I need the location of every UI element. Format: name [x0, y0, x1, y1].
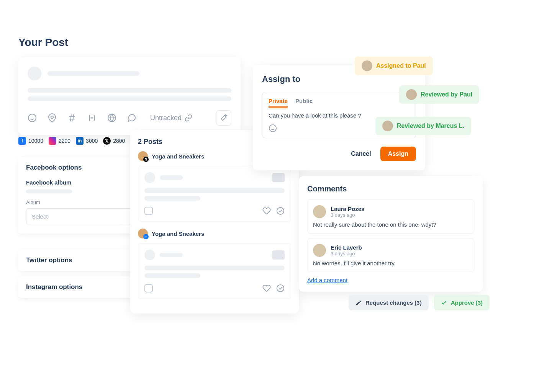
- svg-point-10: [92, 118, 93, 118]
- text-placeholder: [48, 71, 139, 76]
- chat-icon[interactable]: [127, 113, 136, 122]
- status-chip-assigned: Assigned to Paul: [355, 57, 433, 75]
- request-changes-button[interactable]: Request changes (3): [349, 295, 429, 310]
- avatar: [313, 205, 326, 218]
- tab-private[interactable]: Private: [269, 98, 288, 108]
- text-placeholder: [144, 273, 200, 278]
- svg-line-6: [70, 114, 71, 121]
- approve-label: Approve (3): [451, 299, 483, 306]
- options-title: Instagram options: [26, 283, 133, 291]
- post-checkbox[interactable]: [144, 207, 153, 215]
- source-name: Yoga and Sneakers: [152, 230, 204, 237]
- add-comment-link[interactable]: Add a comment: [307, 277, 474, 283]
- avatar: [313, 244, 326, 257]
- untracked-toggle[interactable]: Untracked: [150, 114, 192, 122]
- variable-icon[interactable]: [87, 113, 97, 122]
- comment-text: Not really sure about the tone on this o…: [313, 221, 468, 228]
- source-avatar: f: [138, 229, 148, 238]
- tab-public[interactable]: Public: [295, 98, 313, 108]
- heart-icon[interactable]: [262, 207, 271, 215]
- comment-text: No worries. I'll give it another try.: [313, 260, 468, 266]
- cancel-button[interactable]: Cancel: [348, 147, 374, 161]
- text-placeholder: [144, 196, 200, 201]
- comments-title: Comments: [307, 185, 474, 193]
- composer-toolbar: Untracked: [28, 110, 231, 126]
- text-placeholder: [144, 188, 285, 193]
- avatar: [382, 121, 393, 131]
- magic-button[interactable]: [216, 110, 231, 126]
- status-chip-reviewed: Reviewed by Marcus L.: [375, 117, 471, 135]
- instagram-icon: [49, 137, 56, 145]
- avatar: [362, 60, 372, 71]
- emoji-icon[interactable]: [28, 113, 37, 122]
- post-item: f Yoga and Sneakers: [138, 229, 291, 299]
- image-placeholder-icon: [272, 173, 285, 182]
- text-placeholder: [144, 266, 285, 270]
- chip-label: Reviewed by Marcus L.: [397, 122, 464, 129]
- check-icon: [441, 300, 447, 306]
- status-chip-reviewed: Reviewed by Paul: [399, 85, 479, 104]
- facebook-options-panel: Facebook options Facebook album Album Se…: [18, 157, 141, 234]
- chip-label: Reviewed by Paul: [421, 91, 472, 98]
- album-label: Album: [26, 199, 133, 205]
- composer-avatar-placeholder: [28, 67, 41, 80]
- heart-icon[interactable]: [262, 284, 271, 292]
- check-circle-icon[interactable]: [276, 207, 285, 215]
- svg-line-7: [73, 114, 74, 121]
- comment-item: Eric Laverb 3 days ago No worries. I'll …: [307, 238, 474, 272]
- approve-button[interactable]: Approve (3): [434, 295, 490, 310]
- x-count: 𝕏2800: [103, 137, 125, 145]
- post-checkbox[interactable]: [144, 284, 153, 292]
- svg-point-3: [51, 116, 53, 118]
- composer-card: Untracked: [18, 57, 241, 135]
- social-stats: f10000 2200 in3000 𝕏2800: [18, 137, 125, 145]
- twitter-options-panel[interactable]: Twitter options: [18, 250, 141, 271]
- chip-label: Assigned to Paul: [376, 62, 426, 69]
- source-avatar: 𝕏: [138, 151, 148, 161]
- linkedin-count: in3000: [76, 137, 98, 145]
- options-title: Twitter options: [26, 256, 133, 264]
- linkedin-icon: in: [76, 137, 84, 145]
- avatar-placeholder: [144, 250, 155, 260]
- instagram-count: 2200: [49, 137, 70, 145]
- comment-time: 3 days ago: [331, 251, 362, 256]
- source-name: Yoga and Sneakers: [152, 153, 204, 160]
- hashtag-icon[interactable]: [67, 113, 77, 122]
- x-icon: 𝕏: [103, 137, 111, 145]
- comment-item: Laura Pozes 3 days ago Not really sure a…: [307, 199, 474, 234]
- comment-author: Eric Laverb: [331, 244, 362, 251]
- review-actions: Request changes (3) Approve (3): [349, 295, 490, 310]
- text-placeholder: [160, 253, 183, 257]
- page-title: Your Post: [18, 36, 68, 49]
- x-icon: 𝕏: [143, 157, 149, 162]
- emoji-icon[interactable]: [269, 124, 277, 132]
- instagram-options-panel[interactable]: Instagram options: [18, 276, 141, 298]
- comment-author: Laura Pozes: [331, 206, 364, 212]
- text-placeholder: [160, 175, 183, 180]
- options-title: Facebook options: [26, 164, 133, 172]
- text-placeholder: [26, 189, 72, 193]
- assign-button[interactable]: Assign: [380, 147, 416, 161]
- svg-point-13: [277, 207, 284, 214]
- comments-panel: Comments Laura Pozes 3 days ago Not real…: [299, 176, 483, 292]
- check-circle-icon[interactable]: [276, 284, 285, 292]
- untracked-label: Untracked: [150, 114, 182, 122]
- image-placeholder-icon: [272, 250, 285, 260]
- svg-point-0: [28, 114, 36, 122]
- album-select[interactable]: Select: [26, 208, 133, 224]
- options-subtitle: Facebook album: [26, 179, 133, 186]
- svg-point-14: [277, 285, 284, 292]
- text-placeholder: [28, 96, 231, 101]
- facebook-icon: f: [143, 234, 149, 239]
- facebook-count: f10000: [18, 137, 43, 145]
- text-placeholder: [28, 88, 231, 93]
- location-icon[interactable]: [48, 113, 57, 122]
- magic-wand-icon: [220, 114, 228, 122]
- comment-time: 3 days ago: [331, 212, 364, 218]
- link-icon: [185, 114, 192, 122]
- pencil-icon: [355, 300, 362, 306]
- assign-title: Assign to: [262, 74, 416, 84]
- request-changes-label: Request changes (3): [365, 299, 422, 306]
- globe-icon[interactable]: [107, 113, 116, 122]
- svg-point-15: [269, 125, 276, 132]
